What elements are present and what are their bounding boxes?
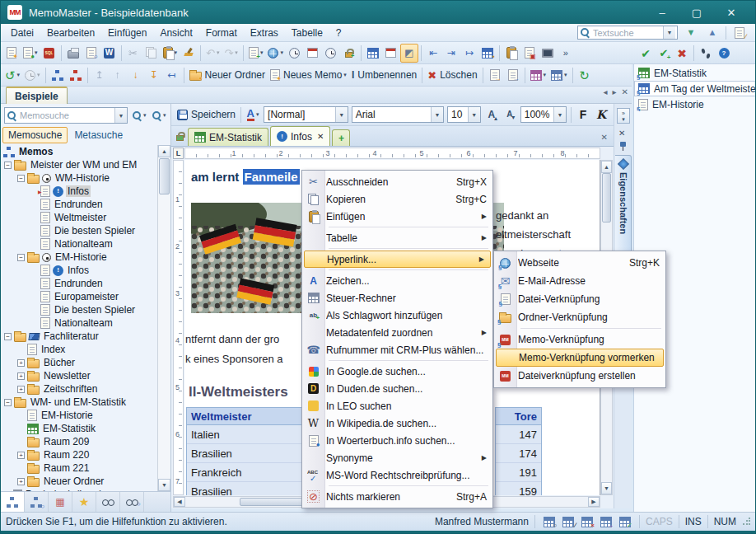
tree-item-buecher[interactable]: +Bücher (1, 356, 157, 369)
font-smaller-button[interactable]: A▾ (501, 105, 519, 124)
italic-button[interactable]: K (592, 105, 610, 124)
clipboard-preview-button[interactable]: ○ (502, 44, 520, 63)
memo-search-dropdown-icon[interactable]: ▼ (114, 108, 127, 123)
print-button[interactable] (64, 44, 82, 63)
new-memo-button[interactable]: ✦ (2, 44, 21, 63)
menu-ansicht[interactable]: Ansicht (153, 26, 198, 40)
table-cell[interactable]: 174 (496, 444, 541, 463)
hyperlink-button[interactable]: ▾ (265, 44, 286, 63)
collapse-box[interactable]: − (4, 333, 12, 340)
menu-item-synonyme[interactable]: Synonyme▶ (302, 449, 492, 466)
memo-tab-infos[interactable]: !Infos✕ (270, 126, 330, 146)
tree-item-zeitschriften[interactable]: +Zeitschriften (1, 382, 157, 396)
tab-eigenschaften[interactable]: Eigenschaften (615, 155, 632, 260)
menu-item-als-schlagwort-hinzufuegen[interactable]: ab+Als Schlagwort hinzufügen (302, 307, 492, 324)
word-export-button[interactable]: W (100, 44, 119, 63)
menu-item-einfuegen[interactable]: Einfügen▶ (302, 208, 492, 225)
tree-item-die-besten-spieler[interactable]: Die besten Spieler (1, 303, 157, 316)
tree-item-em-statistik[interactable]: EM-Statistik (1, 422, 157, 435)
menu-item-rufnummer-mit-crm-plus-waehlen[interactable]: ☎Rufnummer mit CRM-Plus wählen... (302, 341, 492, 358)
view-tab-search-glasses[interactable]: ○ (120, 492, 144, 512)
view-tab-glasses[interactable] (96, 492, 120, 512)
insert-field-button[interactable]: +▾ (246, 44, 266, 63)
memo-window-button[interactable]: ▣ (520, 44, 539, 63)
menu-item-ordner-verknuepfung[interactable]: §Ordner-Verknüpfung (494, 308, 665, 326)
table-cell[interactable]: 147 (496, 425, 541, 444)
tab-next-button[interactable]: ▸ (613, 88, 617, 96)
memo-move-button[interactable]: → (486, 66, 504, 85)
menu-extras[interactable]: Extras (244, 26, 285, 40)
print-preview-button[interactable]: ○ (82, 44, 100, 63)
tree-item-wm-historie[interactable]: −WM-Historie (1, 171, 157, 185)
tree-item-em-historie[interactable]: EM-Historie (1, 409, 157, 422)
memo-forward-button[interactable]: → (598, 513, 614, 532)
tree-item-wm-und-em-statistik[interactable]: −WM- und EM-Statistik (1, 396, 157, 409)
filter-search-button[interactable]: ▾ (130, 107, 148, 124)
paste-button[interactable]: ▾ (161, 44, 180, 63)
text-search-input[interactable]: Textsuche ▼ (577, 26, 678, 40)
tree-item-fachliteratur[interactable]: −Fachliteratur (1, 330, 157, 343)
menu-datei[interactable]: Datei (4, 26, 40, 40)
import-button[interactable]: ←▾ (548, 66, 570, 85)
tab-prev-button[interactable]: ◂ (604, 88, 608, 96)
tree-item-em-historie[interactable]: −EM-Historie (1, 251, 157, 264)
bold-button[interactable]: F (574, 105, 592, 124)
table-protect-button[interactable]: ▪ (478, 44, 497, 63)
scroll-thumb[interactable] (602, 173, 611, 222)
confirm-button[interactable]: ✔ (637, 44, 655, 63)
memo-tab-em-statistik[interactable]: EM-Statistik (188, 128, 268, 146)
cancel-button[interactable]: ✖ (673, 44, 691, 63)
move-bottom-button[interactable]: ↧ (145, 66, 163, 85)
font-color-button[interactable]: A▾ (244, 105, 262, 124)
menu-item-webseite[interactable]: §WebseiteStrg+K (494, 254, 665, 272)
advanced-search-button[interactable]: ▾ (150, 107, 168, 124)
redo-button[interactable]: ↷▾ (222, 44, 240, 63)
table-cell[interactable]: 191 (496, 463, 541, 482)
insert-cell-right-button[interactable]: ⇥ (442, 44, 460, 63)
new-tab-button[interactable]: + (332, 129, 350, 146)
memo-copy-button[interactable]: → (504, 66, 522, 85)
sql-button[interactable]: SQL (40, 44, 58, 63)
tree-item-memos[interactable]: Memos (1, 145, 157, 158)
scroll-left-icon[interactable]: ◀ (174, 497, 185, 507)
memo-new-button[interactable]: ✦Neues Memo▾ (268, 66, 349, 85)
menu-item-in-duden-de-suchen[interactable]: DIn Duden.de suchen... (302, 380, 492, 397)
tree-item-europameister[interactable]: Europameister (1, 290, 157, 303)
menu-item-ms-word-rechtschreibpruefung[interactable]: MS-Word Rechtschreibprüfung... (302, 466, 492, 484)
export-button[interactable]: →▾ (528, 66, 549, 85)
size-dropdown-icon[interactable]: ▼ (468, 107, 480, 122)
cut-button[interactable]: ✂ (124, 44, 142, 63)
format-painter-button[interactable] (180, 44, 198, 63)
memo-delete-button[interactable]: × (579, 513, 595, 532)
move-top-button[interactable]: ↥ (91, 66, 109, 85)
screen-capture-button[interactable] (539, 44, 557, 63)
menu-item-in-wikipedia-de-suchen[interactable]: WIn Wikipedia.de suchen... (302, 415, 492, 432)
help-button[interactable]: ? (715, 44, 733, 63)
save-button[interactable]: Speichern (175, 105, 238, 124)
move-down-button[interactable]: ↓ (127, 66, 145, 85)
collapse-box[interactable]: − (4, 399, 12, 406)
scroll-up-icon[interactable]: ▲ (158, 145, 170, 157)
panel-close-icon[interactable]: ✕ (618, 129, 625, 138)
tree-item-infos[interactable]: !Infos (1, 264, 157, 277)
memo-edit-button[interactable]: ∕ (560, 513, 576, 532)
search-prev-button[interactable]: ▲ (703, 23, 721, 42)
menu-item-metadatenfeld-zuordnen[interactable]: Metadatenfeld zuordnen▶ (302, 324, 492, 341)
maximize-button[interactable]: ▢ (679, 2, 714, 23)
tree-item-raum-209[interactable]: Raum 209 (1, 435, 157, 448)
nav-back-button[interactable]: ↺▾ (2, 66, 22, 85)
panel-item-em-statistik[interactable]: §EM-Statistik (634, 65, 756, 81)
delete-button[interactable]: ✖Löschen (425, 66, 479, 85)
scroll-right-icon[interactable]: ▶ (588, 497, 600, 507)
menu-item-in-google-de-suchen[interactable]: In Google.de suchen... (302, 363, 492, 380)
tree-item-infos[interactable]: ▶!Infos (1, 185, 157, 198)
lock-open-button[interactable] (174, 126, 186, 146)
tree-item-die-besten-spieler[interactable]: Die besten Spieler (1, 224, 157, 237)
tree-item-nationalteam[interactable]: Nationalteam (1, 237, 157, 251)
menu-item-nichts-markieren[interactable]: ⊘Nichts markierenStrg+A (302, 488, 492, 505)
view-tab-favorites[interactable]: ★ (72, 492, 96, 512)
reminder-button[interactable] (286, 44, 304, 63)
search-dropdown-icon[interactable]: ▼ (663, 26, 675, 39)
table-cell[interactable]: 159 (496, 482, 541, 495)
menu-item-datei-verknuepfung[interactable]: §Datei-Verknüpfung (494, 290, 665, 308)
